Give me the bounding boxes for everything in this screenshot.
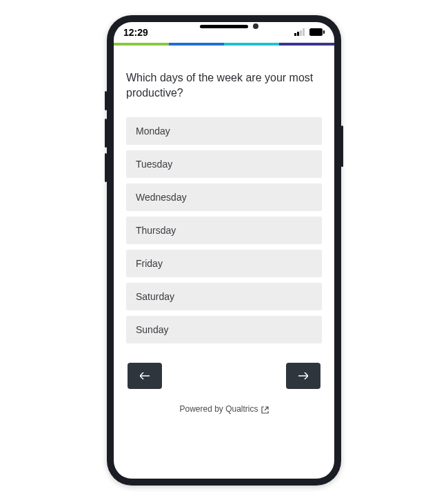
svg-rect-3: [303, 28, 305, 36]
option-wednesday[interactable]: Wednesday: [126, 183, 322, 211]
arrow-left-icon: [140, 372, 150, 379]
status-time: 12:29: [123, 27, 148, 38]
external-link-icon: [261, 404, 269, 414]
nav-row: [126, 363, 322, 389]
svg-rect-1: [297, 32, 299, 36]
status-right: [294, 28, 325, 36]
options-list: Monday Tuesday Wednesday Thursday Friday…: [126, 117, 322, 343]
svg-rect-2: [300, 30, 302, 36]
side-button: [105, 119, 107, 148]
side-button: [341, 126, 343, 167]
battery-icon: [309, 28, 325, 36]
option-sunday[interactable]: Sunday: [126, 316, 322, 343]
footer-text: Powered by Qualtrics: [179, 404, 258, 414]
option-friday[interactable]: Friday: [126, 250, 322, 277]
svg-rect-0: [294, 33, 296, 36]
arrow-right-icon: [298, 372, 308, 379]
option-saturday[interactable]: Saturday: [126, 283, 322, 310]
phone-speaker: [200, 25, 248, 28]
signal-icon: [294, 28, 305, 36]
phone-camera: [253, 23, 258, 29]
question-text: Which days of the week are your most pro…: [126, 70, 322, 101]
survey-content: Which days of the week are your most pro…: [114, 46, 334, 479]
screen: 12:29: [114, 22, 334, 479]
back-button[interactable]: [128, 363, 162, 389]
side-button: [105, 91, 107, 110]
option-monday[interactable]: Monday: [126, 117, 322, 145]
phone-frame: 12:29: [107, 15, 341, 486]
next-button[interactable]: [286, 363, 320, 389]
svg-rect-4: [309, 28, 323, 36]
footer-link[interactable]: Powered by Qualtrics: [126, 389, 322, 421]
side-button: [105, 153, 107, 182]
svg-rect-5: [323, 30, 325, 34]
option-tuesday[interactable]: Tuesday: [126, 150, 322, 178]
option-thursday[interactable]: Thursday: [126, 217, 322, 244]
